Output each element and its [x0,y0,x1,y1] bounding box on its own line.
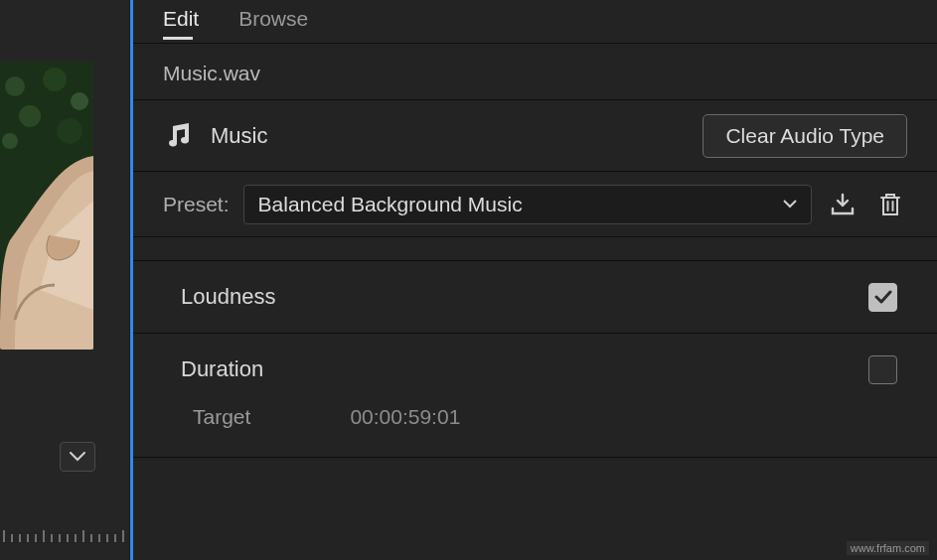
tab-edit[interactable]: Edit [163,7,199,37]
duration-target-label: Target [193,405,250,429]
preset-select[interactable]: Balanced Background Music [243,185,812,224]
preset-selected-value: Balanced Background Music [258,193,523,216]
svg-point-1 [5,76,25,96]
loudness-title[interactable]: Loudness [181,284,275,310]
svg-point-4 [19,105,41,127]
svg-point-3 [71,92,88,110]
save-preset-button[interactable] [826,188,859,221]
chevron-down-icon [783,200,797,209]
collapse-button[interactable] [60,442,95,472]
duration-title[interactable]: Duration [181,356,263,382]
chevron-down-icon [70,452,85,462]
left-sidebar [0,0,129,560]
delete-preset-button[interactable] [873,188,907,221]
check-icon [874,290,892,304]
panel-tabs: Edit Browse [133,0,937,44]
preset-row: Preset: Balanced Background Music [133,172,937,237]
loudness-section: Loudness [133,261,937,334]
svg-point-6 [2,133,18,149]
audio-type-label: Music [211,123,267,149]
loudness-checkbox[interactable] [868,283,897,312]
tab-browse[interactable]: Browse [238,7,308,37]
preset-label: Preset: [163,193,230,216]
spacer [133,237,937,261]
duration-target-value[interactable]: 00:00:59:01 [350,405,460,429]
clip-thumbnail[interactable] [0,62,93,350]
duration-section: Duration Target 00:00:59:01 [133,334,937,458]
download-preset-icon [830,193,856,216]
clear-audio-type-button[interactable]: Clear Audio Type [703,114,907,158]
trash-icon [878,192,902,217]
music-note-icon [163,123,193,149]
svg-point-2 [43,68,67,91]
duration-checkbox[interactable] [868,355,897,384]
timeline-ruler[interactable] [0,526,129,556]
audio-type-row: Music Clear Audio Type [133,100,937,172]
essential-sound-panel: Edit Browse Music.wav Music Clear Audio … [133,0,937,560]
svg-point-5 [57,118,82,144]
clip-filename: Music.wav [133,44,937,100]
watermark: www.frfam.com [847,541,929,555]
